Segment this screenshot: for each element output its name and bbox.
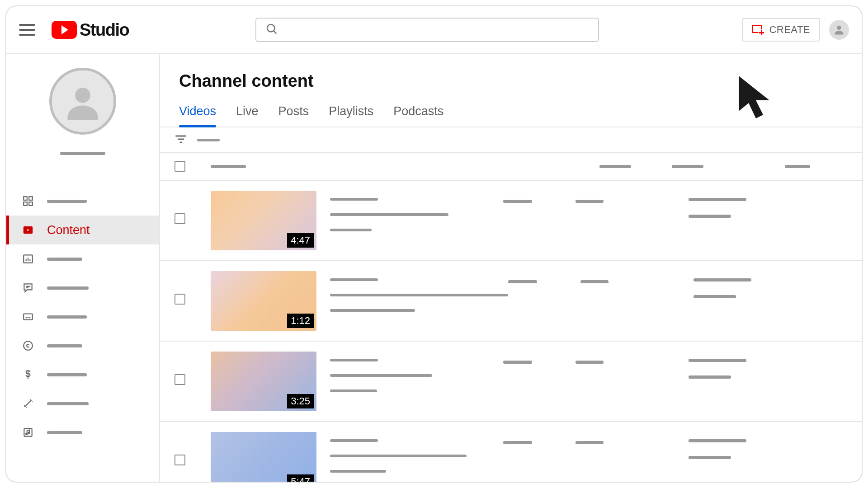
tab-posts[interactable]: Posts	[278, 104, 309, 127]
column-header	[785, 165, 810, 168]
video-title	[330, 359, 378, 361]
nav-item-audio[interactable]	[6, 418, 159, 447]
tab-podcasts[interactable]: Podcasts	[393, 104, 443, 127]
nav-label	[47, 344, 82, 347]
cell-value	[576, 200, 604, 203]
video-row[interactable]: 5:47	[160, 422, 862, 482]
page-title: Channel content	[160, 54, 862, 91]
video-description	[330, 455, 467, 457]
nav-item-earn[interactable]	[6, 360, 159, 389]
nav-item-content[interactable]: Content	[6, 216, 159, 244]
create-icon	[752, 25, 764, 35]
cell-value	[503, 361, 532, 364]
subtitles-icon	[22, 310, 34, 323]
header-bar: Studio CREATE	[6, 6, 862, 54]
nav-label-content: Content	[47, 223, 90, 237]
tab-playlists[interactable]: Playlists	[329, 104, 373, 127]
nav-item-subtitles[interactable]	[6, 302, 159, 331]
video-thumbnail[interactable]: 3:25	[211, 352, 316, 411]
row-checkbox[interactable]	[175, 213, 185, 224]
nav-label	[47, 286, 89, 290]
content-icon	[22, 224, 34, 236]
svg-point-21	[28, 432, 30, 433]
cell-value	[689, 215, 731, 218]
nav-item-analytics[interactable]	[6, 244, 159, 273]
account-avatar[interactable]	[829, 20, 849, 40]
video-title	[330, 198, 378, 201]
svg-point-3	[75, 88, 90, 103]
video-thumbnail[interactable]: 1:12	[211, 271, 316, 331]
tab-videos[interactable]: Videos	[179, 104, 216, 127]
filter-bar[interactable]	[160, 127, 862, 153]
row-checkbox[interactable]	[175, 374, 185, 385]
svg-rect-4	[24, 197, 27, 200]
main-content: Channel content Videos Live Posts Playli…	[160, 54, 862, 482]
cell-value	[508, 280, 537, 283]
svg-rect-6	[24, 202, 27, 206]
svg-point-18	[24, 341, 33, 350]
cell-value	[503, 200, 532, 203]
nav-label	[47, 431, 82, 434]
row-checkbox[interactable]	[175, 294, 185, 305]
video-description	[330, 374, 432, 377]
wand-icon	[22, 397, 34, 410]
nav-item-comments[interactable]	[6, 273, 159, 302]
cell-value	[693, 295, 736, 298]
column-header	[672, 165, 703, 168]
dashboard-icon	[22, 195, 34, 207]
video-title	[330, 278, 378, 281]
menu-icon[interactable]	[19, 20, 39, 40]
nav-item-customization[interactable]	[6, 389, 159, 418]
cell-value	[576, 441, 604, 444]
video-description	[330, 213, 448, 216]
video-row[interactable]: 4:47	[160, 181, 862, 261]
comments-icon	[22, 282, 34, 294]
nav-label	[47, 402, 89, 405]
nav-item-dashboard[interactable]	[6, 187, 159, 216]
dollar-icon	[22, 368, 34, 381]
channel-name	[60, 152, 105, 155]
nav: Content	[6, 187, 159, 447]
logo-text: Studio	[80, 20, 129, 40]
cell-value	[580, 280, 609, 283]
video-title	[330, 439, 378, 442]
svg-rect-15	[24, 314, 33, 320]
svg-rect-7	[29, 202, 33, 206]
studio-logo[interactable]: Studio	[52, 20, 129, 40]
nav-label	[47, 200, 87, 203]
nav-item-copyright[interactable]	[6, 331, 159, 360]
search-box[interactable]	[255, 18, 599, 42]
filter-icon	[175, 134, 187, 146]
row-checkbox[interactable]	[175, 455, 185, 465]
channel-avatar[interactable]	[49, 68, 116, 135]
search-input[interactable]	[284, 25, 589, 35]
filter-label	[197, 139, 220, 141]
video-list: 4:47	[160, 181, 862, 482]
video-row[interactable]: 1:12	[160, 261, 862, 342]
cell-value	[693, 278, 751, 282]
tab-live[interactable]: Live	[236, 104, 259, 127]
select-all-checkbox[interactable]	[175, 161, 185, 172]
sidebar: Content	[6, 54, 160, 482]
video-description	[330, 309, 415, 312]
video-description	[330, 229, 372, 231]
table-header	[160, 153, 862, 181]
svg-rect-5	[29, 197, 33, 200]
column-header-video	[211, 165, 246, 168]
cell-value	[689, 375, 731, 379]
video-duration: 5:47	[287, 474, 314, 482]
create-button[interactable]: CREATE	[742, 18, 820, 42]
cell-value	[689, 439, 746, 442]
svg-point-2	[837, 26, 841, 30]
svg-line-1	[274, 31, 277, 34]
cell-value	[503, 441, 532, 444]
copyright-icon	[22, 339, 34, 352]
video-duration: 1:12	[287, 314, 314, 328]
search-icon	[265, 23, 278, 37]
video-thumbnail[interactable]: 5:47	[211, 432, 316, 482]
video-thumbnail[interactable]: 4:47	[211, 191, 316, 250]
video-row[interactable]: 3:25	[160, 342, 862, 422]
tabs: Videos Live Posts Playlists Podcasts	[160, 91, 862, 127]
column-header	[599, 165, 631, 168]
video-description	[330, 389, 377, 392]
